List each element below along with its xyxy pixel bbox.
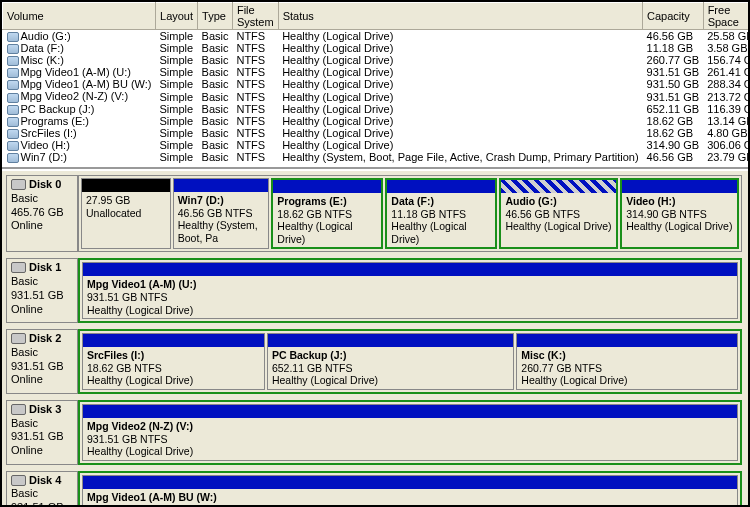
cell-free: 25.58 GB: [703, 30, 748, 43]
cell-status: Healthy (Logical Drive): [278, 115, 642, 127]
cell-status: Healthy (Logical Drive): [278, 42, 642, 54]
disk-type: Basic: [11, 192, 73, 206]
cell-name: SrcFiles (I:): [3, 127, 156, 139]
partition-name: Mpg Video2 (N-Z) (V:): [87, 420, 733, 433]
partition[interactable]: Mpg Video2 (N-Z) (V:)931.51 GB NTFSHealt…: [82, 404, 738, 461]
drive-icon: [7, 153, 19, 163]
cell-type: Basic: [198, 139, 233, 151]
partition-status: Healthy (Logical Drive): [87, 374, 260, 387]
partition-header-bar: [387, 180, 495, 193]
partition-status: Healthy (System, Boot, Pa: [178, 219, 265, 244]
drive-icon: [7, 68, 19, 78]
disk-row: Disk 1Basic931.51 GBOnlineMpg Video1 (A-…: [6, 258, 742, 323]
partition-info: SrcFiles (I:)18.62 GB NTFSHealthy (Logic…: [83, 347, 264, 389]
partition[interactable]: Misc (K:)260.77 GB NTFSHealthy (Logical …: [516, 333, 738, 390]
column-header[interactable]: Layout: [156, 3, 198, 30]
cell-type: Basic: [198, 103, 233, 115]
disk-label[interactable]: Disk 1Basic931.51 GBOnline: [6, 258, 78, 323]
cell-name: Programs (E:): [3, 115, 156, 127]
table-row[interactable]: Programs (E:)SimpleBasicNTFSHealthy (Log…: [3, 115, 749, 127]
cell-layout: Simple: [156, 66, 198, 78]
disk-body: Mpg Video1 (A-M) BU (W:)931.50 GB NTFSHe…: [78, 471, 742, 505]
partition[interactable]: 27.95 GBUnallocated: [81, 178, 171, 249]
partition-name: Misc (K:): [521, 349, 733, 362]
cell-free: 288.34 GB: [703, 78, 748, 90]
table-row[interactable]: Misc (K:)SimpleBasicNTFSHealthy (Logical…: [3, 54, 749, 66]
cell-layout: Simple: [156, 103, 198, 115]
disk-label[interactable]: Disk 2Basic931.51 GBOnline: [6, 329, 78, 394]
cell-fs: NTFS: [232, 66, 278, 78]
cell-type: Basic: [198, 127, 233, 139]
table-row[interactable]: Audio (G:)SimpleBasicNTFSHealthy (Logica…: [3, 30, 749, 43]
table-row[interactable]: SrcFiles (I:)SimpleBasicNTFSHealthy (Log…: [3, 127, 749, 139]
column-header[interactable]: Volume: [3, 3, 156, 30]
column-header[interactable]: Status: [278, 3, 642, 30]
partition[interactable]: Data (F:)11.18 GB NTFSHealthy (Logical D…: [385, 178, 497, 249]
disk-row: Disk 4Basic931.51 GBOnlineMpg Video1 (A-…: [6, 471, 742, 505]
cell-fs: NTFS: [232, 42, 278, 54]
partition[interactable]: Audio (G:)46.56 GB NTFSHealthy (Logical …: [499, 178, 618, 249]
partition-status: Healthy (Logical Drive): [391, 220, 491, 245]
cell-name: Mpg Video1 (A-M) BU (W:): [3, 78, 156, 90]
column-header[interactable]: Capacity: [643, 3, 704, 30]
disk-type: Basic: [11, 417, 73, 431]
table-row[interactable]: PC Backup (J:)SimpleBasicNTFSHealthy (Lo…: [3, 103, 749, 115]
cell-layout: Simple: [156, 115, 198, 127]
cell-fs: NTFS: [232, 115, 278, 127]
cell-fs: NTFS: [232, 90, 278, 102]
partition-name: Win7 (D:): [178, 194, 265, 207]
disk-id: Disk 0: [29, 178, 61, 190]
cell-cap: 46.56 GB: [643, 30, 704, 43]
column-header[interactable]: File System: [232, 3, 278, 30]
partition-status: Healthy (Logical Drive): [277, 220, 377, 245]
table-row[interactable]: Video (H:)SimpleBasicNTFSHealthy (Logica…: [3, 139, 749, 151]
partition-header-bar: [268, 334, 513, 347]
partition[interactable]: Mpg Video1 (A-M) BU (W:)931.50 GB NTFSHe…: [82, 475, 738, 505]
partition-info: 27.95 GBUnallocated: [82, 192, 170, 221]
table-row[interactable]: Data (F:)SimpleBasicNTFSHealthy (Logical…: [3, 42, 749, 54]
partition[interactable]: SrcFiles (I:)18.62 GB NTFSHealthy (Logic…: [82, 333, 265, 390]
column-header[interactable]: Type: [198, 3, 233, 30]
disk-body: SrcFiles (I:)18.62 GB NTFSHealthy (Logic…: [78, 329, 742, 394]
cell-layout: Simple: [156, 139, 198, 151]
table-row[interactable]: Mpg Video2 (N-Z) (V:)SimpleBasicNTFSHeal…: [3, 90, 749, 102]
partition[interactable]: Mpg Video1 (A-M) (U:)931.51 GB NTFSHealt…: [82, 262, 738, 319]
partition-info: Win7 (D:)46.56 GB NTFSHealthy (System, B…: [174, 192, 269, 246]
partition-size: 18.62 GB NTFS: [87, 362, 260, 375]
table-row[interactable]: Mpg Video1 (A-M) (U:)SimpleBasicNTFSHeal…: [3, 66, 749, 78]
cell-layout: Simple: [156, 127, 198, 139]
table-row[interactable]: Mpg Video1 (A-M) BU (W:)SimpleBasicNTFSH…: [3, 78, 749, 90]
cell-type: Basic: [198, 54, 233, 66]
disk-graphical-pane[interactable]: Disk 0Basic465.76 GBOnline27.95 GBUnallo…: [2, 169, 748, 505]
table-row[interactable]: Win7 (D:)SimpleBasicNTFSHealthy (System,…: [3, 151, 749, 163]
disk-body: Mpg Video1 (A-M) (U:)931.51 GB NTFSHealt…: [78, 258, 742, 323]
partition[interactable]: Video (H:)314.90 GB NTFSHealthy (Logical…: [620, 178, 739, 249]
disk-label[interactable]: Disk 3Basic931.51 GBOnline: [6, 400, 78, 465]
partition[interactable]: Programs (E:)18.62 GB NTFSHealthy (Logic…: [271, 178, 383, 249]
disk-id: Disk 3: [29, 403, 61, 415]
partition-header-bar: [83, 263, 737, 276]
cell-name: Mpg Video1 (A-M) (U:): [3, 66, 156, 78]
partition-info: Mpg Video1 (A-M) (U:)931.51 GB NTFSHealt…: [83, 276, 737, 318]
partition-header-bar: [82, 179, 170, 192]
disk-size: 931.51 GB: [11, 430, 73, 444]
cell-layout: Simple: [156, 151, 198, 163]
partition[interactable]: PC Backup (J:)652.11 GB NTFSHealthy (Log…: [267, 333, 514, 390]
disk-size: 931.51 GB: [11, 289, 73, 303]
partition-header-bar: [83, 334, 264, 347]
disk-row: Disk 3Basic931.51 GBOnlineMpg Video2 (N-…: [6, 400, 742, 465]
cell-layout: Simple: [156, 54, 198, 66]
cell-status: Healthy (Logical Drive): [278, 90, 642, 102]
disk-label[interactable]: Disk 0Basic465.76 GBOnline: [6, 175, 78, 252]
disk-id: Disk 1: [29, 261, 61, 273]
cell-free: 261.41 GB: [703, 66, 748, 78]
partition-info: Audio (G:)46.56 GB NTFSHealthy (Logical …: [501, 193, 616, 235]
cell-free: 23.79 GB: [703, 151, 748, 163]
partition-name: Video (H:): [626, 195, 733, 208]
volume-list-pane[interactable]: VolumeLayoutTypeFile SystemStatusCapacit…: [2, 2, 748, 169]
partition[interactable]: Win7 (D:)46.56 GB NTFSHealthy (System, B…: [173, 178, 270, 249]
column-header[interactable]: Free Space: [703, 3, 748, 30]
disk-label[interactable]: Disk 4Basic931.51 GBOnline: [6, 471, 78, 505]
partition-size: 46.56 GB NTFS: [505, 208, 612, 221]
cell-type: Basic: [198, 115, 233, 127]
